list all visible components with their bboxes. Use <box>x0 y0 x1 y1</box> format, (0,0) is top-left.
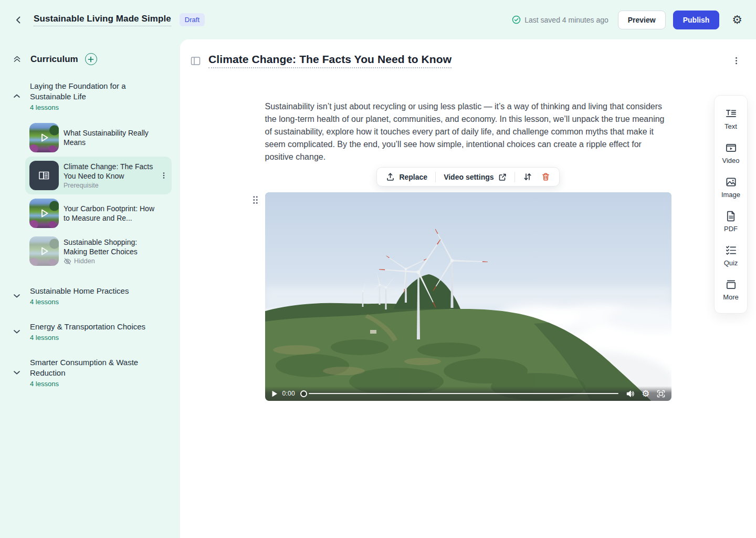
section-title: Energy & Transportation Choices <box>30 322 145 332</box>
lesson-list: What Sustainability Really Means Climate… <box>0 111 180 270</box>
more-blocks-button[interactable]: More <box>715 273 747 307</box>
section-title: Sustainable Home Practices <box>30 286 129 296</box>
drag-handle-icon[interactable] <box>251 194 259 205</box>
sidebar-toggle-button[interactable] <box>190 55 202 67</box>
lesson-badge-prerequisite: Prerequisite <box>64 182 157 189</box>
lesson-meta: What Sustainability Really Means <box>64 128 157 147</box>
lesson-item-carbon-footprint[interactable]: Your Carbon Footprint: How to Measure an… <box>25 194 172 232</box>
preview-button[interactable]: Preview <box>618 11 666 29</box>
lesson-title: What Sustainability Really Means <box>64 128 157 147</box>
video-thumbnail <box>29 123 59 152</box>
chevron-down-icon <box>13 327 21 336</box>
plus-icon <box>88 56 94 63</box>
add-text-block-button[interactable]: Text <box>715 102 747 136</box>
play-icon <box>29 236 59 266</box>
toolbar-divider <box>514 172 515 182</box>
quiz-block-icon <box>725 244 737 256</box>
section-header[interactable]: Smarter Consumption & Waste Reduction 4 … <box>0 357 180 388</box>
section-header[interactable]: Energy & Transportation Choices 4 lesson… <box>0 322 180 342</box>
topbar: Sustainable Living Made Simple Draft Las… <box>0 0 756 39</box>
back-button[interactable] <box>12 13 25 27</box>
course-title[interactable]: Sustainable Living Made Simple <box>34 14 171 26</box>
content-blocks-panel: Text Video Image PDF Quiz More <box>714 95 748 314</box>
toolbar-divider <box>435 172 436 182</box>
lesson-paragraph[interactable]: Sustainability isn’t just about recyclin… <box>265 100 671 163</box>
section-header[interactable]: Laying the Foundation for a Sustainable … <box>0 81 180 111</box>
video-block-toolbar: Replace Video settings <box>376 167 559 187</box>
video-thumbnail-hidden <box>29 236 59 266</box>
curriculum-sidebar: Curriculum Laying the Foundation for a S… <box>0 39 180 538</box>
settings-button[interactable]: ⚙ <box>731 13 743 27</box>
external-link-icon <box>498 173 507 181</box>
curriculum-section: Sustainable Home Practices 4 lessons <box>0 286 180 306</box>
publish-button[interactable]: Publish <box>673 11 720 29</box>
curriculum-section: Smarter Consumption & Waste Reduction 4 … <box>0 357 180 388</box>
section-lesson-count: 4 lessons <box>30 334 145 342</box>
video-block: 0:00 ⚙ <box>265 192 671 401</box>
add-section-button[interactable] <box>85 53 97 65</box>
video-settings-button[interactable]: Video settings <box>443 172 507 182</box>
lesson-title: Sustainable Shopping: Making Better Choi… <box>64 237 157 256</box>
double-chevron-up-icon <box>13 55 22 64</box>
lesson-title-heading[interactable]: Climate Change: The Facts You Need to Kn… <box>208 53 452 68</box>
section-lesson-count: 4 lessons <box>30 298 129 306</box>
lesson-kebab-menu[interactable] <box>158 170 170 181</box>
more-blocks-icon <box>725 278 737 291</box>
add-pdf-block-button[interactable]: PDF <box>715 204 747 239</box>
lesson-item-what-sustainability[interactable]: What Sustainability Really Means <box>25 119 172 157</box>
video-current-time: 0:00 <box>282 390 296 397</box>
volume-icon <box>626 390 635 398</box>
lesson-header: Climate Change: The Facts You Need to Kn… <box>180 39 756 68</box>
video-settings-label: Video settings <box>444 173 494 181</box>
replace-label: Replace <box>399 173 427 181</box>
section-titles: Sustainable Home Practices 4 lessons <box>30 286 129 306</box>
section-title: Smarter Consumption & Waste Reduction <box>30 357 155 378</box>
section-titles: Energy & Transportation Choices 4 lesson… <box>30 322 145 342</box>
curriculum-header: Curriculum <box>0 53 180 65</box>
section-lesson-count: 4 lessons <box>30 104 155 111</box>
video-settings-gear-button[interactable]: ⚙ <box>642 389 649 398</box>
video-scrubber-handle[interactable] <box>300 390 307 397</box>
video-player[interactable]: 0:00 ⚙ <box>265 192 671 401</box>
lesson-meta: Climate Change: The Facts You Need to Kn… <box>64 162 157 189</box>
fullscreen-button[interactable] <box>657 390 665 398</box>
collapse-all-button[interactable] <box>13 55 22 64</box>
play-icon <box>29 199 59 228</box>
lesson-item-climate-change[interactable]: Climate Change: The Facts You Need to Kn… <box>25 157 172 194</box>
open-book-icon <box>37 169 51 182</box>
video-right-controls: ⚙ <box>626 389 665 398</box>
add-video-block-button[interactable]: Video <box>715 136 747 170</box>
section-header[interactable]: Sustainable Home Practices 4 lessons <box>0 286 180 306</box>
block-label: Text <box>724 122 737 130</box>
lesson-item-sustainable-shopping[interactable]: Sustainable Shopping: Making Better Choi… <box>25 232 172 270</box>
volume-button[interactable] <box>626 390 635 398</box>
section-lesson-count: 4 lessons <box>30 380 155 388</box>
curriculum-section: Laying the Foundation for a Sustainable … <box>0 81 180 270</box>
chevron-left-icon <box>14 15 23 25</box>
panel-toggle-icon <box>191 56 201 66</box>
add-quiz-block-button[interactable]: Quiz <box>715 239 747 273</box>
delete-block-button[interactable] <box>540 171 551 182</box>
video-progress-track[interactable] <box>309 393 618 395</box>
move-block-button[interactable] <box>522 171 533 182</box>
block-toolbar-wrap: Replace Video settings <box>265 167 671 186</box>
play-icon <box>29 123 59 152</box>
main-layout: Curriculum Laying the Foundation for a S… <box>0 39 756 538</box>
saved-check-icon <box>512 15 521 24</box>
editor-column: Sustainability isn’t just about recyclin… <box>265 100 671 401</box>
lesson-title: Your Carbon Footprint: How to Measure an… <box>64 204 157 223</box>
block-label: PDF <box>724 225 738 233</box>
image-block-icon <box>725 176 737 188</box>
replace-button[interactable]: Replace <box>385 171 428 182</box>
lesson-options-menu[interactable] <box>730 55 742 67</box>
add-image-block-button[interactable]: Image <box>715 170 747 204</box>
video-block-icon <box>725 142 737 154</box>
fullscreen-icon <box>657 390 665 398</box>
topbar-right: Last saved 4 minutes ago Preview Publish… <box>512 11 743 29</box>
eye-off-icon <box>64 257 71 265</box>
curriculum-title: Curriculum <box>30 54 78 65</box>
play-button[interactable] <box>271 390 278 397</box>
video-controls: 0:00 ⚙ <box>265 386 671 401</box>
section-titles: Laying the Foundation for a Sustainable … <box>30 81 155 111</box>
chevron-up-icon <box>13 92 21 100</box>
